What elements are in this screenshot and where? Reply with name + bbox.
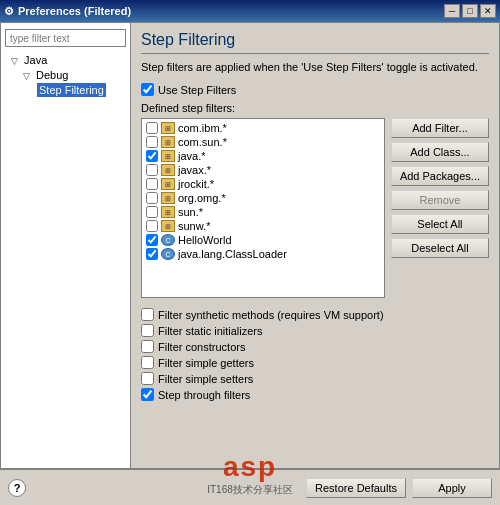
title-bar: ⚙ Preferences (Filtered) ─ □ ✕ [0,0,500,22]
filter-checkbox[interactable] [146,206,158,218]
remove-button[interactable]: Remove [391,190,489,210]
deselect-all-button[interactable]: Deselect All [391,238,489,258]
maximize-button[interactable]: □ [462,4,478,18]
sidebar-item-step-filtering[interactable]: Step Filtering [1,83,130,97]
bottom-option-label: Filter static initializers [158,325,263,337]
package-icon: ⊞ [161,136,175,148]
bottom-option-checkbox[interactable] [141,388,154,401]
bottom-option-row: Filter synthetic methods (requires VM su… [141,308,489,321]
bottom-option-checkbox[interactable] [141,356,154,369]
expand-icon: ▽ [9,55,19,67]
filter-item[interactable]: CHelloWorld [142,233,384,247]
title-bar-text: ⚙ Preferences (Filtered) [4,5,131,18]
bottom-option-checkbox[interactable] [141,372,154,385]
description-text: Step filters are applied when the 'Use S… [141,60,489,75]
filter-input-wrap [1,27,130,49]
filter-item[interactable]: ⊞sun.* [142,205,384,219]
add-class-button[interactable]: Add Class... [391,142,489,162]
filter-label: javax.* [178,164,211,176]
package-icon: ⊞ [161,164,175,176]
filter-label: java.* [178,150,206,162]
filter-item[interactable]: ⊞sunw.* [142,219,384,233]
class-icon: C [161,248,175,260]
filters-list[interactable]: ⊞com.ibm.*⊞com.sun.*⊞java.*⊞javax.*⊞jroc… [141,118,385,298]
filter-label: com.ibm.* [178,122,227,134]
defined-filters-label: Defined step filters: [141,102,489,114]
bottom-option-row: Filter simple getters [141,356,489,369]
package-icon: ⊞ [161,192,175,204]
bottom-option-checkbox[interactable] [141,324,154,337]
class-icon: C [161,234,175,246]
content-panel: Step Filtering Step filters are applied … [130,22,500,469]
filter-checkbox[interactable] [146,192,158,204]
filter-item[interactable]: ⊞javax.* [142,163,384,177]
filter-checkbox[interactable] [146,220,158,232]
bottom-action-buttons: Restore Defaults Apply [306,478,492,498]
bottom-checkboxes: Filter synthetic methods (requires VM su… [141,308,489,401]
help-button[interactable]: ? [8,479,26,497]
bottom-option-row: Filter static initializers [141,324,489,337]
add-filter-button[interactable]: Add Filter... [391,118,489,138]
title-bar-controls: ─ □ ✕ [444,4,496,18]
filter-label: com.sun.* [178,136,227,148]
sidebar-label-java: Java [22,53,49,67]
minimize-button[interactable]: ─ [444,4,460,18]
bottom-option-label: Step through filters [158,389,250,401]
select-all-button[interactable]: Select All [391,214,489,234]
bottom-option-row: Filter constructors [141,340,489,353]
filter-buttons-col: Add Filter... Add Class... Add Packages.… [391,118,489,298]
main-container: ▽ Java ▽ Debug Step Filtering Step Filte… [0,22,500,469]
bottom-option-label: Filter synthetic methods (requires VM su… [158,309,384,321]
filter-label: java.lang.ClassLoader [178,248,287,260]
filter-checkbox[interactable] [146,122,158,134]
bottom-option-label: Filter constructors [158,341,245,353]
filter-input[interactable] [5,29,126,47]
sidebar-item-java[interactable]: ▽ Java [1,53,130,68]
title-text: Preferences (Filtered) [18,5,131,17]
bottom-bar: ? Restore Defaults Apply [0,469,500,505]
filter-checkbox[interactable] [146,136,158,148]
package-icon: ⊞ [161,178,175,190]
filter-item[interactable]: ⊞com.ibm.* [142,121,384,135]
filter-label: jrockit.* [178,178,214,190]
use-step-filters-checkbox[interactable] [141,83,154,96]
bottom-option-row: Step through filters [141,388,489,401]
package-icon: ⊞ [161,150,175,162]
filter-checkbox[interactable] [146,234,158,246]
filter-label: sunw.* [178,220,210,232]
package-icon: ⊞ [161,206,175,218]
bottom-option-checkbox[interactable] [141,308,154,321]
page-title: Step Filtering [141,31,489,54]
filter-label: org.omg.* [178,192,226,204]
filter-item[interactable]: ⊞com.sun.* [142,135,384,149]
use-step-filters-row: Use Step Filters [141,83,489,96]
bottom-option-label: Filter simple getters [158,357,254,369]
package-icon: ⊞ [161,220,175,232]
filter-item[interactable]: Cjava.lang.ClassLoader [142,247,384,261]
restore-defaults-button[interactable]: Restore Defaults [306,478,406,498]
filter-checkbox[interactable] [146,178,158,190]
close-button[interactable]: ✕ [480,4,496,18]
use-step-filters-label: Use Step Filters [158,84,236,96]
expand-icon-debug: ▽ [21,70,31,82]
filter-item[interactable]: ⊞org.omg.* [142,191,384,205]
filter-item[interactable]: ⊞java.* [142,149,384,163]
filter-label: sun.* [178,206,203,218]
sidebar: ▽ Java ▽ Debug Step Filtering [0,22,130,469]
filter-label: HelloWorld [178,234,232,246]
filter-checkbox[interactable] [146,248,158,260]
apply-button[interactable]: Apply [412,478,492,498]
bottom-option-row: Filter simple setters [141,372,489,385]
bottom-option-checkbox[interactable] [141,340,154,353]
sidebar-item-debug[interactable]: ▽ Debug [1,68,130,83]
package-icon: ⊞ [161,122,175,134]
app-icon: ⚙ [4,5,14,18]
filter-checkbox[interactable] [146,150,158,162]
sidebar-label-step-filtering: Step Filtering [37,83,106,97]
filter-checkbox[interactable] [146,164,158,176]
filter-item[interactable]: ⊞jrockit.* [142,177,384,191]
bottom-option-label: Filter simple setters [158,373,253,385]
add-packages-button[interactable]: Add Packages... [391,166,489,186]
sidebar-label-debug: Debug [34,68,70,82]
filters-area: ⊞com.ibm.*⊞com.sun.*⊞java.*⊞javax.*⊞jroc… [141,118,489,298]
